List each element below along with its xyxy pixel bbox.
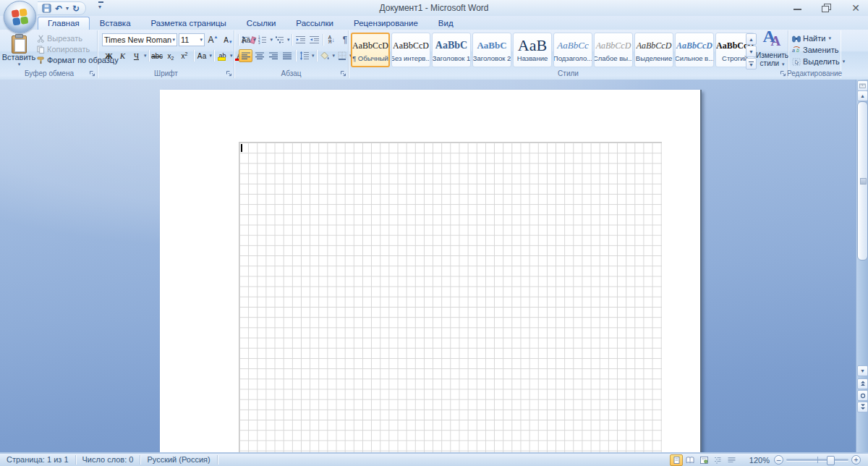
- print-layout-icon[interactable]: [670, 454, 683, 466]
- zoom-slider-knob[interactable]: [827, 456, 835, 465]
- page-indicator[interactable]: Страница: 1 из 1: [0, 455, 76, 465]
- style-subtle-emphasis[interactable]: AaBbCcD Слабое вы...: [594, 33, 633, 67]
- tab-mailings[interactable]: Рассылки: [286, 17, 344, 30]
- tab-home[interactable]: Главная: [38, 17, 90, 30]
- multilevel-list-button[interactable]: [273, 33, 286, 46]
- scrollbar-thumb[interactable]: [857, 101, 868, 260]
- style-title[interactable]: AaB Название: [513, 33, 552, 67]
- select-button[interactable]: Выделить▾: [790, 56, 847, 67]
- align-right-icon: [269, 52, 278, 60]
- scroll-down-button[interactable]: ▼: [857, 365, 868, 376]
- shrink-font-button[interactable]: А▼: [221, 33, 235, 46]
- close-button[interactable]: ✕: [851, 4, 861, 12]
- find-dropdown-arrow[interactable]: ▾: [828, 35, 831, 41]
- italic-button[interactable]: К: [116, 49, 129, 62]
- align-right-button[interactable]: [266, 49, 280, 62]
- save-icon[interactable]: [42, 4, 51, 13]
- justify-button[interactable]: [280, 49, 294, 62]
- bullets-dropdown-arrow[interactable]: ▾: [253, 37, 256, 43]
- bullets-button[interactable]: [239, 33, 252, 46]
- tab-review[interactable]: Рецензирование: [344, 17, 428, 30]
- outline-icon[interactable]: [711, 454, 724, 466]
- increase-indent-button[interactable]: [307, 33, 321, 46]
- clipboard-dialog-launcher[interactable]: [89, 70, 95, 77]
- line-spacing-button[interactable]: [297, 49, 311, 62]
- style-strong-emphasis[interactable]: AaBbCcD Сильное в...: [675, 33, 714, 67]
- numbering-icon: 123: [258, 35, 267, 44]
- clipboard-group-label: Буфер обмена: [1, 69, 97, 77]
- word-count-indicator[interactable]: Число слов: 0: [76, 455, 141, 465]
- subscript-button[interactable]: х2: [164, 49, 178, 62]
- change-case-dropdown-arrow[interactable]: ▾: [210, 53, 213, 59]
- paste-button[interactable]: Вставить ▾: [4, 33, 33, 73]
- styles-scroll-up-button[interactable]: ▲: [746, 33, 757, 45]
- document-workspace[interactable]: [0, 80, 868, 454]
- zoom-level[interactable]: 120%: [744, 456, 770, 465]
- document-page[interactable]: [160, 90, 702, 454]
- align-center-button[interactable]: [252, 49, 266, 62]
- paste-dropdown-arrow[interactable]: ▾: [18, 62, 21, 67]
- style-subtitle[interactable]: AaBbCc Подзаголо...: [553, 33, 592, 67]
- paragraph-dialog-launcher[interactable]: [340, 70, 346, 77]
- find-button[interactable]: Найти▾: [790, 33, 847, 43]
- multilevel-dropdown-arrow[interactable]: ▾: [287, 37, 290, 43]
- underline-dropdown-arrow[interactable]: ▾: [144, 53, 147, 59]
- shading-button[interactable]: [318, 49, 332, 62]
- font-dialog-launcher[interactable]: [226, 70, 232, 77]
- redo-icon[interactable]: ↻: [72, 4, 80, 13]
- grow-font-button[interactable]: А▲: [206, 33, 220, 46]
- line-spacing-dropdown-arrow[interactable]: ▾: [312, 53, 315, 59]
- decrease-indent-button[interactable]: [294, 33, 307, 46]
- numbering-button[interactable]: 123: [256, 33, 270, 46]
- align-left-button[interactable]: [239, 49, 252, 62]
- style-heading1[interactable]: AaBbC Заголовок 1: [432, 33, 471, 67]
- minimize-button[interactable]: [793, 4, 803, 12]
- style-emphasis[interactable]: AaBbCcD Выделение: [634, 33, 673, 67]
- draft-icon[interactable]: [725, 454, 738, 466]
- change-case-button[interactable]: Аа: [195, 49, 209, 62]
- sort-button[interactable]: АЯ↓: [325, 33, 339, 46]
- next-page-button[interactable]: [857, 402, 868, 412]
- select-dropdown-arrow[interactable]: ▾: [843, 59, 846, 64]
- zoom-out-button[interactable]: –: [774, 455, 783, 465]
- styles-gallery-more-button[interactable]: ▼: [746, 58, 757, 69]
- superscript-button[interactable]: х2: [178, 49, 192, 62]
- change-styles-button[interactable]: AA Изменить стили ▾: [758, 33, 786, 70]
- replace-button[interactable]: ab Заменить: [790, 45, 847, 55]
- undo-icon[interactable]: ↶: [55, 4, 62, 13]
- zoom-slider-track[interactable]: [786, 459, 848, 461]
- style-no-spacing[interactable]: AaBbCcD Без интерв...: [391, 33, 430, 67]
- web-layout-icon[interactable]: [697, 454, 710, 466]
- style-normal[interactable]: AaBbCcD ¶ Обычный: [351, 33, 390, 67]
- undo-dropdown-arrow[interactable]: ▾: [66, 5, 69, 12]
- customize-qat-arrow[interactable]: ▾: [98, 4, 101, 10]
- office-button[interactable]: [4, 1, 36, 33]
- tab-references[interactable]: Ссылки: [237, 17, 286, 30]
- zoom-in-button[interactable]: +: [851, 455, 861, 465]
- highlight-color-button[interactable]: ab: [216, 49, 229, 62]
- tab-view[interactable]: Вид: [428, 17, 464, 30]
- style-heading2[interactable]: AaBbC Заголовок 2: [472, 33, 511, 67]
- language-indicator[interactable]: Русский (Россия): [140, 455, 217, 465]
- document-table-grid[interactable]: [239, 142, 662, 454]
- fullscreen-reading-icon[interactable]: [684, 454, 697, 466]
- underline-button[interactable]: Ч: [129, 49, 143, 62]
- strikethrough-button[interactable]: abc: [150, 49, 164, 62]
- decrease-indent-icon: [296, 35, 305, 44]
- vertical-scrollbar[interactable]: ▲ ▼: [856, 80, 868, 454]
- font-name-combo[interactable]: Times New Roman (О ▾: [102, 33, 177, 46]
- scroll-up-button[interactable]: ▲: [857, 90, 868, 101]
- previous-page-button[interactable]: [857, 378, 868, 389]
- select-browse-object-button[interactable]: [857, 390, 868, 401]
- font-size-combo[interactable]: 11 ▾: [179, 33, 205, 46]
- restore-button[interactable]: [822, 4, 832, 12]
- styles-dialog-launcher[interactable]: [780, 70, 786, 77]
- tab-insert[interactable]: Вставка: [90, 17, 141, 30]
- font-size-dropdown-arrow[interactable]: ▾: [200, 37, 203, 43]
- ruler-toggle-button[interactable]: [857, 80, 868, 91]
- borders-button[interactable]: [335, 49, 349, 62]
- styles-scroll-down-button[interactable]: ▼: [746, 46, 757, 57]
- tab-page-layout[interactable]: Разметка страницы: [141, 17, 237, 30]
- font-name-dropdown-arrow[interactable]: ▾: [172, 37, 175, 43]
- bold-button[interactable]: Ж: [102, 49, 116, 62]
